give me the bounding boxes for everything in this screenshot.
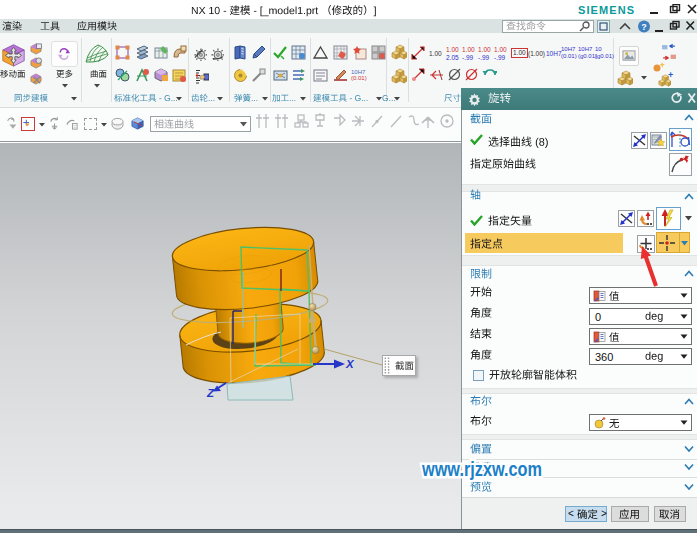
svg-text:X: X	[345, 358, 355, 370]
svg-text:?: ?	[641, 22, 647, 32]
svg-text:www.rjzxw.com: www.rjzxw.com	[421, 458, 542, 480]
svg-text:Z: Z	[206, 387, 215, 399]
